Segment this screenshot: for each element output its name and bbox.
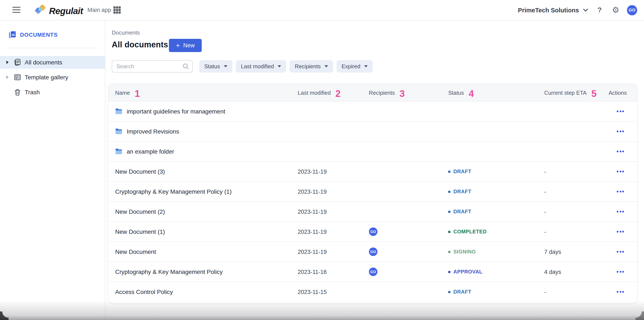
- row-actions-button[interactable]: [615, 129, 626, 134]
- column-header: Actions: [608, 89, 637, 96]
- status-cell: DRAFT: [448, 209, 544, 215]
- search-input[interactable]: [112, 60, 193, 73]
- documents-table: Name 1 Last modified 2 Recipients 3 Stat…: [108, 84, 638, 304]
- name-cell[interactable]: Cryptography & Key Management Policy (1): [108, 188, 298, 195]
- row-actions-button[interactable]: [615, 289, 626, 294]
- sidebar-item-label: All documents: [25, 59, 62, 66]
- filter-chip[interactable]: Expired: [336, 60, 373, 73]
- table-row[interactable]: an example folder: [108, 141, 637, 161]
- chevron-down-icon[interactable]: [583, 8, 588, 12]
- all-documents-icon: [14, 59, 21, 66]
- name-cell[interactable]: Cryptography & Key Management Policy: [108, 268, 298, 275]
- row-name: Access Control Policy: [115, 288, 173, 295]
- status-bullet-icon: [448, 291, 450, 293]
- last-modified-cell: 2023-11-19: [298, 168, 369, 175]
- status-cell: SIGNING: [448, 249, 544, 255]
- table-row[interactable]: important guidelines for management: [108, 101, 637, 121]
- status-badge: COMPLETED: [453, 229, 487, 235]
- regulait-logo-icon: [34, 4, 46, 18]
- status-cell: APPROVAL: [448, 269, 544, 275]
- last-modified-cell: 2023-11-19: [298, 228, 369, 235]
- row-name: Improved Revisions: [127, 128, 179, 135]
- user-avatar[interactable]: GO: [627, 5, 637, 15]
- regulait-logo[interactable]: Regulait: [34, 4, 83, 18]
- status-cell: COMPLETED: [448, 229, 544, 235]
- row-actions-button[interactable]: [615, 109, 626, 114]
- actions-cell: [608, 289, 637, 294]
- new-document-button[interactable]: + New: [169, 39, 202, 52]
- folder-icon: [115, 128, 122, 134]
- filter-chip[interactable]: Last modified: [236, 60, 286, 73]
- name-cell[interactable]: New Document (1): [108, 228, 298, 235]
- sidebar-item-template-gallery[interactable]: Template gallery: [0, 71, 105, 84]
- table-body: important guidelines for management Impr…: [108, 101, 637, 302]
- table-row[interactable]: New Document 2023-11-19 GO SIGNING 7 day…: [108, 241, 637, 261]
- eta-cell: -: [544, 228, 608, 235]
- main-app-label: Main app: [88, 0, 111, 20]
- table-row[interactable]: Cryptography & Key Management Policy 202…: [108, 261, 637, 282]
- row-actions-button[interactable]: [615, 269, 626, 274]
- filter-chip-label: Recipients: [295, 63, 320, 70]
- help-icon[interactable]: ?: [597, 6, 602, 14]
- app-window: Regulait Main app PrimeTech Solutions ? …: [0, 0, 644, 320]
- caret-right-icon[interactable]: [6, 61, 8, 64]
- org-name[interactable]: PrimeTech Solutions: [518, 7, 579, 14]
- name-cell[interactable]: Improved Revisions: [108, 128, 298, 135]
- folder-icon: [115, 108, 122, 114]
- annotation-number: 1: [134, 89, 140, 99]
- row-actions-button[interactable]: [615, 169, 626, 174]
- table-row[interactable]: New Document (2) 2023-11-19 DRAFT -: [108, 201, 637, 221]
- row-actions-button[interactable]: [615, 189, 626, 194]
- name-cell[interactable]: Access Control Policy: [108, 288, 298, 295]
- name-cell[interactable]: New Document: [108, 248, 298, 255]
- caret-right-icon[interactable]: [6, 76, 8, 79]
- column-header-label: Current step ETA: [544, 89, 587, 96]
- status-cell: DRAFT: [448, 169, 544, 174]
- sidebar-section-documents: DOCUMENTS: [0, 30, 58, 39]
- row-actions-button[interactable]: [615, 209, 626, 214]
- filter-chip[interactable]: Recipients: [290, 60, 333, 73]
- filter-chip-label: Last modified: [241, 63, 274, 70]
- recipient-avatar[interactable]: GO: [369, 267, 378, 276]
- table-row[interactable]: Access Control Policy 2023-11-15 DRAFT -: [108, 282, 637, 302]
- status-badge: DRAFT: [453, 169, 471, 174]
- table-row[interactable]: New Document (3) 2023-11-19 DRAFT -: [108, 161, 637, 181]
- chevron-down-icon: [364, 65, 368, 67]
- name-cell[interactable]: New Document (3): [108, 168, 298, 175]
- chevron-down-icon: [224, 65, 227, 67]
- breadcrumb[interactable]: Documents: [112, 30, 140, 36]
- name-cell[interactable]: an example folder: [108, 148, 298, 155]
- filter-chip-label: Status: [204, 63, 220, 70]
- name-cell[interactable]: New Document (2): [108, 208, 298, 215]
- app-grid-icon[interactable]: [114, 7, 121, 14]
- name-cell[interactable]: important guidelines for management: [108, 108, 298, 115]
- filter-chip[interactable]: Status: [199, 60, 232, 73]
- sidebar-item-trash[interactable]: Trash: [0, 86, 105, 99]
- actions-cell: [608, 189, 637, 194]
- recipient-avatar[interactable]: GO: [369, 247, 378, 256]
- eta-cell: -: [544, 188, 608, 195]
- plus-icon: +: [176, 42, 180, 49]
- sidebar-item-all-documents[interactable]: All documents: [0, 56, 105, 69]
- annotation-number: 5: [591, 89, 597, 99]
- row-actions-button[interactable]: [615, 149, 626, 154]
- main-content: Documents All documents + New Status Las…: [105, 20, 644, 320]
- status-badge: DRAFT: [453, 209, 471, 215]
- status-cell: DRAFT: [448, 189, 544, 195]
- sidebar-item-label: Template gallery: [25, 74, 68, 81]
- table-row[interactable]: Improved Revisions: [108, 121, 637, 141]
- actions-cell: [608, 209, 637, 214]
- status-bullet-icon: [448, 271, 450, 273]
- sidebar-divider: [6, 48, 99, 48]
- recipient-avatar[interactable]: GO: [369, 227, 378, 236]
- table-header-row: Name 1 Last modified 2 Recipients 3 Stat…: [108, 84, 637, 101]
- settings-gear-icon[interactable]: ⚙: [612, 6, 619, 14]
- row-actions-button[interactable]: [615, 229, 626, 234]
- column-header-label: Status: [448, 89, 464, 96]
- table-row[interactable]: New Document (1) 2023-11-19 GO COMPLETED…: [108, 221, 637, 241]
- row-actions-button[interactable]: [615, 249, 626, 254]
- last-modified-cell: 2023-11-19: [298, 188, 369, 195]
- hamburger-menu-icon[interactable]: [12, 7, 20, 13]
- annotation-number: 2: [336, 89, 341, 99]
- table-row[interactable]: Cryptography & Key Management Policy (1)…: [108, 181, 637, 201]
